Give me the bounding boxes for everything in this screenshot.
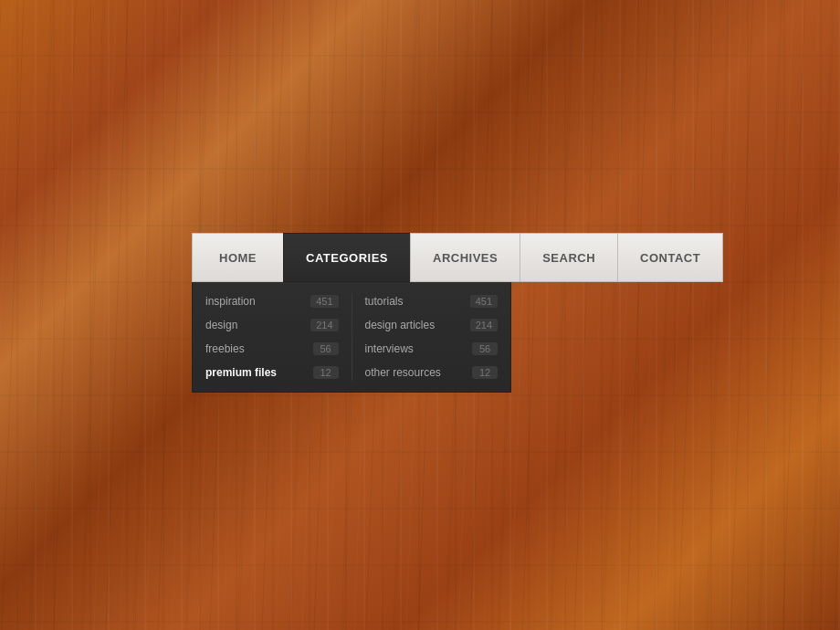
list-item[interactable]: other resources 12 bbox=[352, 361, 511, 384]
category-count: 12 bbox=[313, 366, 339, 379]
list-item[interactable]: design articles 214 bbox=[352, 313, 511, 337]
navigation: HOME CATEGORIES ARCHIVES SEARCH CONTACT … bbox=[192, 233, 723, 393]
nav-contact[interactable]: CONTACT bbox=[617, 233, 723, 282]
category-label: freebies bbox=[205, 342, 245, 355]
category-label: premium files bbox=[205, 366, 277, 379]
list-item[interactable]: design 214 bbox=[193, 313, 352, 337]
categories-dropdown: inspiration 451 design 214 freebies 56 p… bbox=[192, 282, 511, 393]
category-count: 214 bbox=[470, 319, 498, 331]
dropdown-left-col: inspiration 451 design 214 freebies 56 p… bbox=[193, 289, 352, 384]
nav-archives[interactable]: ARCHIVES bbox=[410, 233, 520, 282]
nav-categories[interactable]: CATEGORIES bbox=[283, 233, 410, 282]
list-item[interactable]: freebies 56 bbox=[193, 337, 352, 361]
category-label: design bbox=[205, 319, 237, 331]
nav-home[interactable]: HOME bbox=[192, 233, 283, 282]
category-count: 12 bbox=[472, 366, 498, 379]
nav-search[interactable]: SEARCH bbox=[520, 233, 617, 282]
category-count: 214 bbox=[310, 319, 338, 331]
category-label: other resources bbox=[365, 366, 441, 379]
category-label: inspiration bbox=[205, 295, 256, 308]
category-count: 451 bbox=[310, 295, 338, 308]
dropdown-columns: inspiration 451 design 214 freebies 56 p… bbox=[193, 289, 510, 384]
list-item[interactable]: premium files 12 bbox=[193, 361, 352, 384]
dropdown-right-col: tutorials 451 design articles 214 interv… bbox=[352, 289, 511, 384]
category-label: interviews bbox=[365, 342, 414, 355]
nav-bar: HOME CATEGORIES ARCHIVES SEARCH CONTACT bbox=[192, 233, 723, 282]
category-count: 56 bbox=[472, 342, 498, 355]
list-item[interactable]: tutorials 451 bbox=[352, 289, 511, 313]
list-item[interactable]: inspiration 451 bbox=[193, 289, 352, 313]
category-count: 451 bbox=[470, 295, 498, 308]
list-item[interactable]: interviews 56 bbox=[352, 337, 511, 361]
category-label: tutorials bbox=[365, 295, 404, 308]
category-label: design articles bbox=[365, 319, 436, 331]
category-count: 56 bbox=[313, 342, 339, 355]
